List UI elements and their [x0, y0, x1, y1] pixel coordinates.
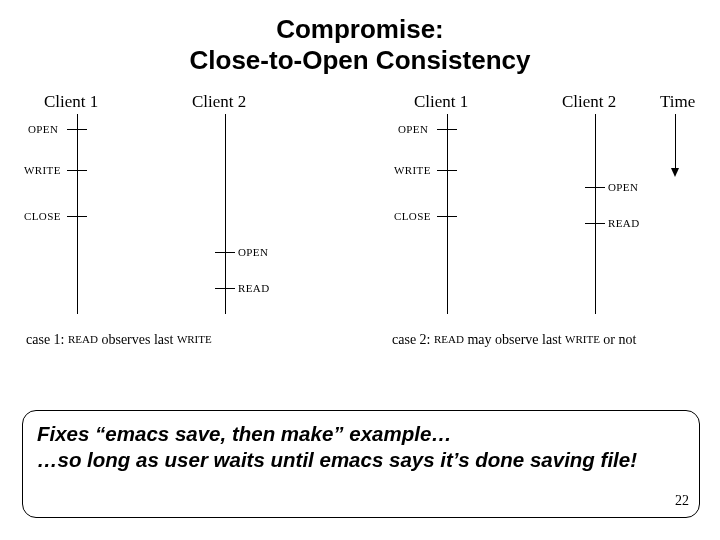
tick — [437, 129, 457, 130]
c2a-read: READ — [238, 282, 270, 294]
cap2-suf: or not — [600, 332, 637, 347]
title-line-1: Compromise: — [276, 14, 444, 44]
cap2-write: WRITE — [565, 333, 600, 345]
label-client2-b: Client 2 — [562, 92, 616, 112]
tick — [67, 129, 87, 130]
caption-case2: case 2: READ may observe last WRITE or n… — [392, 332, 636, 348]
tick — [215, 288, 235, 289]
timeline-c2a — [225, 114, 226, 314]
label-time: Time — [660, 92, 695, 112]
page-number: 22 — [675, 493, 689, 509]
timeline-c2b — [595, 114, 596, 314]
cap1-read: READ — [68, 333, 98, 345]
tick — [437, 216, 457, 217]
time-arrow-shaft — [675, 114, 676, 169]
label-client1-a: Client 1 — [44, 92, 98, 112]
tick — [215, 252, 235, 253]
tick — [67, 216, 87, 217]
note-line-1: Fixes “emacs save, then make” example… — [37, 422, 452, 445]
cap2-pre: case 2: — [392, 332, 434, 347]
cap2-read: READ — [434, 333, 464, 345]
time-arrow-head — [671, 168, 679, 177]
cap2-mid: may observe last — [464, 332, 565, 347]
title-line-2: Close-to-Open Consistency — [190, 45, 531, 75]
c1a-close: CLOSE — [24, 210, 61, 222]
tick — [67, 170, 87, 171]
tick — [585, 187, 605, 188]
c1b-write: WRITE — [394, 164, 431, 176]
c2b-read: READ — [608, 217, 640, 229]
consistency-diagram: Client 1 Client 2 Client 1 Client 2 Time… — [22, 92, 700, 372]
caption-case1: case 1: READ observes last WRITE — [26, 332, 212, 348]
tick — [585, 223, 605, 224]
c2b-open: OPEN — [608, 181, 638, 193]
footnote-box: Fixes “emacs save, then make” example… …… — [22, 410, 700, 518]
timeline-c1b — [447, 114, 448, 314]
note-line-2: …so long as user waits until emacs says … — [37, 448, 637, 471]
c2a-open: OPEN — [238, 246, 268, 258]
c1a-write: WRITE — [24, 164, 61, 176]
cap1-write: WRITE — [177, 333, 212, 345]
label-client2-a: Client 2 — [192, 92, 246, 112]
label-client1-b: Client 1 — [414, 92, 468, 112]
c1b-open: OPEN — [398, 123, 428, 135]
tick — [437, 170, 457, 171]
cap1-mid: observes last — [98, 332, 177, 347]
cap1-pre: case 1: — [26, 332, 68, 347]
timeline-c1a — [77, 114, 78, 314]
c1b-close: CLOSE — [394, 210, 431, 222]
c1a-open: OPEN — [28, 123, 58, 135]
